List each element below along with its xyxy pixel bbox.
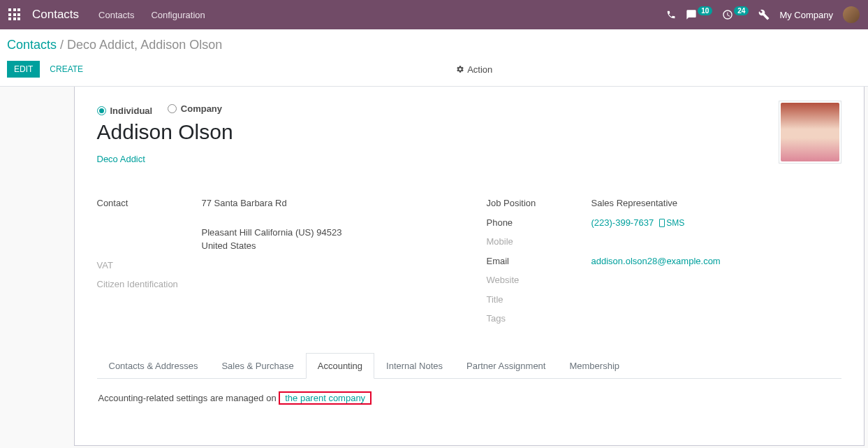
app-brand[interactable]: Contacts [32,8,79,22]
apps-launcher-icon[interactable] [8,8,21,21]
label-title: Title [487,293,591,307]
label-contact: Contact [97,196,202,253]
messages-icon[interactable]: 10 [686,9,712,20]
label-citizen-id: Citizen Identification [97,277,202,291]
phone-icon[interactable] [666,10,676,20]
value-email[interactable]: addison.olson28@example.com [591,256,721,266]
breadcrumb-root[interactable]: Contacts [7,38,57,52]
nav-configuration[interactable]: Configuration [151,10,205,20]
tab-membership[interactable]: Membership [557,353,631,379]
label-vat: VAT [97,259,202,273]
contact-avatar[interactable] [779,101,841,164]
value-phone[interactable]: (223)-399-7637 [591,217,654,228]
label-email: Email [487,254,591,268]
label-mobile: Mobile [487,235,591,249]
breadcrumb-current: Deco Addict, Addison Olson [67,38,222,52]
notebook-tabs: Contacts & Addresses Sales & Purchase Ac… [97,352,841,379]
tab-contacts-addresses[interactable]: Contacts & Addresses [97,353,210,379]
accounting-parent-link[interactable]: the parent company [282,391,368,405]
breadcrumb: Contacts / Deco Addict, Addison Olson [7,38,857,52]
parent-company-link[interactable]: Deco Addict [97,154,145,164]
tab-accounting[interactable]: Accounting [306,353,374,379]
tab-content-accounting: Accounting-related settings are managed … [97,379,841,417]
radio-individual[interactable]: Individual [97,106,153,116]
tab-sales-purchase[interactable]: Sales & Purchase [209,353,305,379]
nav-contacts[interactable]: Contacts [98,10,134,20]
accounting-msg: Accounting-related settings are managed … [98,393,279,403]
label-job: Job Position [487,196,591,210]
label-phone: Phone [487,216,591,230]
messages-badge: 10 [698,6,712,15]
address-country: United States [202,239,452,253]
activities-badge: 24 [734,6,749,15]
company-selector[interactable]: My Company [779,10,833,20]
radio-company[interactable]: Company [168,103,222,114]
form-sheet: Individual Company Addison Olson Deco Ad… [74,87,865,446]
label-website: Website [487,273,591,287]
action-dropdown[interactable]: Action [456,64,492,75]
create-button[interactable]: Create [43,61,90,78]
tab-internal-notes[interactable]: Internal Notes [374,353,455,379]
debug-icon[interactable] [758,9,770,20]
label-tags: Tags [487,312,591,326]
address-city: Pleasant Hill California (US) 94523 [202,226,452,240]
edit-button[interactable]: Edit [7,61,40,78]
activities-icon[interactable]: 24 [722,9,749,20]
breadcrumb-sep: / [57,38,67,52]
tab-partner-assignment[interactable]: Partner Assignment [455,353,557,379]
address-street: 77 Santa Barbara Rd [202,196,452,210]
user-avatar[interactable] [843,6,860,23]
record-name: Addison Olson [97,120,841,144]
value-job: Sales Representative [591,196,841,210]
mobile-icon [659,219,665,227]
sms-link[interactable]: SMS [659,218,684,228]
